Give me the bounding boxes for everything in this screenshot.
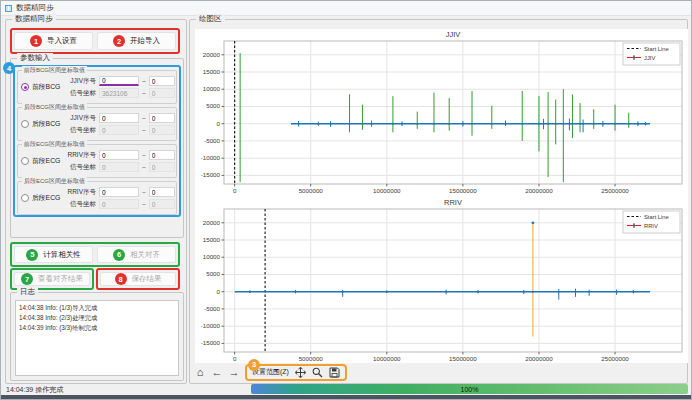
zoom-icon[interactable] xyxy=(312,367,323,378)
param-input-group: 参数输入 前段BCG区间坐标取值 前段BCG JJIV序号 xyxy=(10,58,184,238)
radio-dot xyxy=(21,120,29,128)
param-input-title: 参数输入 xyxy=(17,53,53,63)
correlation-annotation-box: 5 计算相关性 6 相关对齐 xyxy=(10,242,180,267)
window-title: 数据精同步 xyxy=(16,3,54,13)
param-annotation-box: 前段BCG区间坐标取值 前段BCG JJIV序号 ~ xyxy=(13,65,181,217)
step-3-badge: 3 xyxy=(248,359,260,371)
app-icon xyxy=(5,5,12,12)
radio-front-bcg[interactable]: 前段BCG xyxy=(18,82,64,92)
radio-rear-ecg[interactable]: 后段ECG xyxy=(18,193,64,203)
save-result-annotation-box: 8 保存结果 xyxy=(96,268,180,290)
front-bcg-signal-from-input xyxy=(99,88,139,98)
rear-ecg-rriv-from-input[interactable] xyxy=(99,187,139,197)
view-align-result-button[interactable]: 7 查看对齐结果 xyxy=(14,272,90,286)
window-bottom-edge xyxy=(1,395,691,399)
pan-icon[interactable] xyxy=(295,367,306,378)
plot-panel: 绘图区 050000001000000015000000200000002500… xyxy=(189,19,688,384)
svg-text:5000000: 5000000 xyxy=(299,187,324,193)
param-group-rear-ecg: 后段ECG区间坐标取值 后段ECG RRIV序号 ~ xyxy=(17,181,177,215)
titlebar: 数据精同步 xyxy=(1,1,691,16)
svg-text:JJIV: JJIV xyxy=(644,55,655,61)
svg-text:25000000: 25000000 xyxy=(601,355,629,361)
radio-dot xyxy=(21,194,29,202)
svg-text:15000: 15000 xyxy=(203,236,221,243)
svg-text:-15000: -15000 xyxy=(201,339,221,346)
svg-text:10000: 10000 xyxy=(203,253,221,260)
svg-text:10000000: 10000000 xyxy=(373,355,401,361)
svg-text:-10000: -10000 xyxy=(201,154,221,161)
front-ecg-signal-from-input xyxy=(99,162,139,172)
rear-bcg-jjiv-to-input[interactable] xyxy=(149,113,175,123)
save-icon[interactable] xyxy=(329,367,340,378)
import-settings-button[interactable]: 1 导入设置 xyxy=(14,32,93,50)
svg-text:20000000: 20000000 xyxy=(525,355,553,361)
svg-text:10000000: 10000000 xyxy=(373,187,401,193)
front-ecg-rriv-to-input[interactable] xyxy=(149,150,175,160)
correlation-align-button[interactable]: 6 相关对齐 xyxy=(97,246,176,263)
step-1-badge: 1 xyxy=(30,35,42,47)
front-bcg-signal-to-input xyxy=(149,88,175,98)
app-window: 数据精同步 数据精同步 1 导入设置 2 开始导入 参数输入 前段BCG xyxy=(0,0,692,400)
svg-text:25000000: 25000000 xyxy=(601,187,629,193)
back-icon[interactable]: ← xyxy=(211,363,223,381)
svg-text:-15000: -15000 xyxy=(201,171,221,178)
radio-dot xyxy=(21,83,29,91)
radio-dot xyxy=(21,157,29,165)
rear-bcg-jjiv-from-input[interactable] xyxy=(99,113,139,123)
statusbar: 14:04:39 操作完成 100% xyxy=(1,384,691,395)
rear-bcg-signal-from-input xyxy=(99,125,139,135)
svg-text:5000: 5000 xyxy=(206,270,220,277)
svg-text:20000000: 20000000 xyxy=(525,187,553,193)
toolbar-annotation-box: 3 设置范围(Z) xyxy=(245,364,347,381)
calc-correlation-button[interactable]: 5 计算相关性 xyxy=(14,246,93,263)
param-group-rear-bcg: 后段BCG区间坐标取值 后段BCG JJIV序号 ~ xyxy=(17,107,177,141)
svg-text:5000: 5000 xyxy=(206,102,220,109)
svg-text:RRIV: RRIV xyxy=(644,223,658,229)
svg-text:Start Line: Start Line xyxy=(644,214,669,220)
rear-ecg-signal-to-input xyxy=(149,199,175,209)
rriv-chart[interactable]: 0500000010000000150000002000000025000000… xyxy=(195,197,688,361)
svg-text:0: 0 xyxy=(233,187,237,193)
log-title: 日志 xyxy=(17,287,38,297)
svg-text:RRIV: RRIV xyxy=(444,198,462,207)
save-result-button[interactable]: 8 保存结果 xyxy=(100,272,176,286)
left-panel-title: 数据精同步 xyxy=(12,14,56,24)
front-ecg-signal-to-input xyxy=(149,162,175,172)
jjiv-chart[interactable]: 0500000010000000150000002000000025000000… xyxy=(195,29,688,193)
plot-panel-title: 绘图区 xyxy=(196,14,225,24)
param-group-front-ecg: 前段ECG区间坐标取值 前段ECG RRIV序号 ~ xyxy=(17,144,177,178)
step-6-badge: 6 xyxy=(113,249,125,261)
step-8-badge: 8 xyxy=(115,273,127,285)
home-icon[interactable]: ⌂ xyxy=(194,363,206,381)
plot-figure[interactable]: 0500000010000000150000002000000025000000… xyxy=(195,29,688,363)
svg-text:JJIV: JJIV xyxy=(446,30,461,39)
rear-ecg-rriv-to-input[interactable] xyxy=(149,187,175,197)
left-panel: 数据精同步 1 导入设置 2 开始导入 参数输入 前段BCG区间坐标取值 xyxy=(5,19,187,384)
log-line: 14:04:38 Info: (1/3)导入完成 xyxy=(19,303,175,313)
log-line: 14:04:39 Info: (3/3)绘制完成 xyxy=(19,323,175,333)
log-group: 日志 14:04:38 Info: (1/3)导入完成 14:04:38 Inf… xyxy=(10,292,184,381)
log-line: 14:04:38 Info: (2/3)处理完成 xyxy=(19,313,175,323)
svg-text:15000000: 15000000 xyxy=(449,187,477,193)
svg-text:0: 0 xyxy=(233,355,237,361)
front-ecg-rriv-from-input[interactable] xyxy=(99,150,139,160)
progress-label: 100% xyxy=(461,386,479,393)
rear-bcg-signal-to-input xyxy=(149,125,175,135)
start-import-button[interactable]: 2 开始导入 xyxy=(97,32,176,50)
rear-ecg-signal-from-input xyxy=(99,199,139,209)
import-annotation-box: 1 导入设置 2 开始导入 xyxy=(10,28,180,54)
svg-text:20000: 20000 xyxy=(203,219,221,226)
forward-icon[interactable]: → xyxy=(228,363,240,381)
front-bcg-jjiv-from-input[interactable] xyxy=(99,76,139,86)
radio-rear-bcg[interactable]: 后段BCG xyxy=(18,119,64,129)
plot-toolbar: ⌂ ← → 3 设置范围(Z) xyxy=(194,363,347,381)
step-2-badge: 2 xyxy=(113,35,125,47)
param-group-front-bcg: 前段BCG区间坐标取值 前段BCG JJIV序号 ~ xyxy=(17,70,177,104)
svg-text:-10000: -10000 xyxy=(201,322,221,329)
front-bcg-jjiv-to-input[interactable] xyxy=(149,76,175,86)
radio-front-ecg[interactable]: 前段ECG xyxy=(18,156,64,166)
log-output: 14:04:38 Info: (1/3)导入完成 14:04:38 Info: … xyxy=(15,300,179,376)
step-4-badge: 4 xyxy=(3,62,15,74)
svg-text:15000000: 15000000 xyxy=(449,355,477,361)
svg-text:-5000: -5000 xyxy=(204,137,220,144)
